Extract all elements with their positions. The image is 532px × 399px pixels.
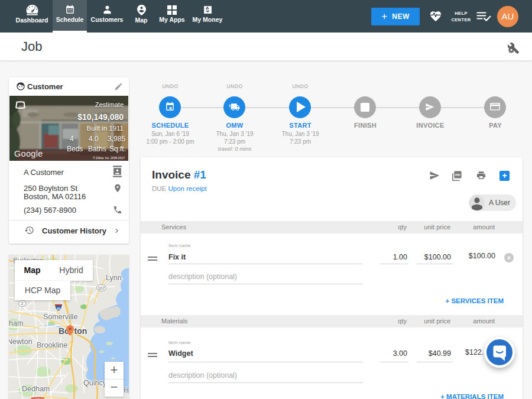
svg-text:93: 93	[57, 307, 60, 310]
svg-text:PDF: PDF	[455, 174, 460, 177]
svg-text:2: 2	[21, 301, 24, 306]
svg-text:107: 107	[98, 286, 105, 290]
